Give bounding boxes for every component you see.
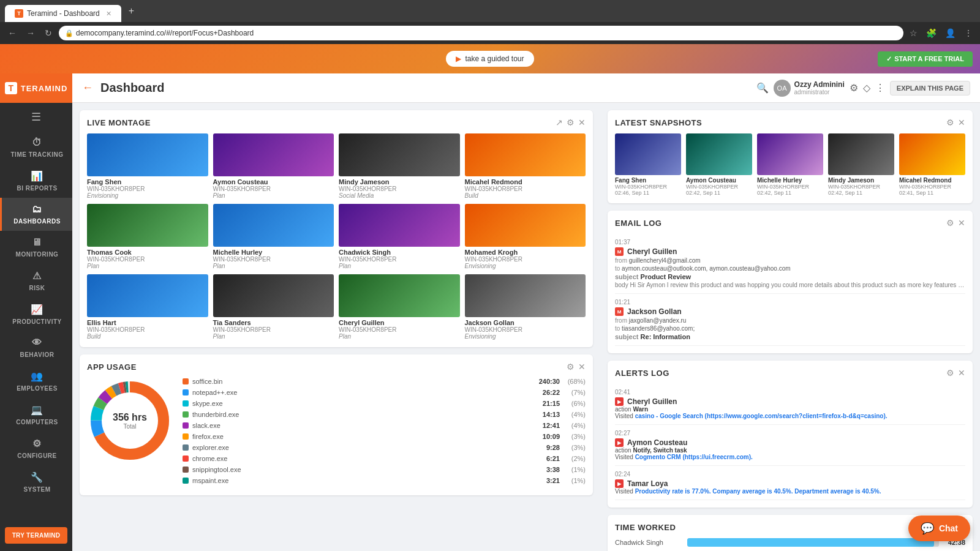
- checkmark-icon: ✓: [886, 55, 892, 63]
- start-trial-btn[interactable]: ✓ START A FREE TRIAL: [878, 51, 973, 67]
- montage-item[interactable]: Mindy Jameson WIN-035KHOR8PER Social Med…: [339, 133, 460, 199]
- app-row: snippingtool.exe 3:38 (1%): [183, 466, 586, 473]
- sidebar-item-dashboards[interactable]: 🗂 DASHBOARDS: [0, 198, 72, 231]
- montage-item[interactable]: Jackson Gollan WIN-035KHOR8PER Envisioni…: [465, 274, 586, 340]
- diamond-icon[interactable]: ◇: [863, 82, 870, 94]
- sidebar-item-label: TIME TRACKING: [11, 151, 64, 158]
- app-usage-header: APP USAGE ⚙ ✕: [87, 362, 586, 372]
- app-color-dot: [183, 378, 189, 384]
- montage-item[interactable]: Michelle Hurley WIN-035KHOR8PER Plan: [213, 204, 334, 269]
- montage-info: Mohamed Krogh WIN-035KHOR8PER Envisionin…: [465, 249, 586, 269]
- explain-btn[interactable]: EXPLAIN THIS PAGE: [890, 81, 970, 96]
- montage-thumb: [465, 274, 586, 317]
- app-usage-close-icon[interactable]: ✕: [578, 362, 586, 372]
- main-content: ← Dashboard 🔍 OA Ozzy Adminini administr…: [72, 73, 980, 551]
- search-icon[interactable]: 🔍: [756, 82, 769, 94]
- more-icon[interactable]: ⋮: [875, 82, 885, 94]
- montage-thumb: [465, 204, 586, 247]
- live-montage-panel: LIVE MONTAGE ↗ ⚙ ✕ Fang Shen WIN-035KHOR…: [80, 110, 593, 347]
- settings-icon[interactable]: ⚙: [850, 82, 858, 94]
- montage-item[interactable]: Cheryl Guillen WIN-035KHOR8PER Plan: [339, 274, 460, 340]
- sidebar-item-behavior[interactable]: 👁 BEHAVIOR: [0, 331, 72, 364]
- alerts-log-settings-icon[interactable]: ⚙: [946, 368, 954, 378]
- email-entry[interactable]: 01:37 M Cheryl Guillen from guillenchery…: [615, 234, 965, 294]
- snapshot-item[interactable]: Michelle Hurley WIN-035KHOR8PER 02:42, S…: [757, 133, 823, 196]
- montage-item[interactable]: Tia Sanders WIN-035KHOR8PER Plan: [213, 274, 334, 340]
- app-color-dot: [183, 422, 189, 429]
- app-list: soffice.bin 240:30 (68%) notepad++.exe 2…: [183, 378, 586, 488]
- chat-icon: 💬: [921, 522, 934, 535]
- montage-settings-icon[interactable]: ⚙: [567, 118, 575, 127]
- bookmark-icon[interactable]: ☆: [907, 27, 920, 39]
- sidebar-item-label: COMPUTERS: [16, 419, 58, 425]
- try-teramind-btn[interactable]: TRY TERAMIND: [5, 527, 67, 544]
- menu-dots-icon[interactable]: ⋮: [962, 27, 975, 39]
- snapshot-item[interactable]: Fang Shen WIN-035KHOR8PER 02:46, Sep 11: [615, 133, 681, 196]
- sidebar-item-time-tracking[interactable]: ⏱ TIME TRACKING: [0, 131, 72, 164]
- montage-item[interactable]: Thomas Cook WIN-035KHOR8PER Plan: [87, 204, 208, 269]
- sidebar-logo[interactable]: T TERAMIND: [0, 73, 72, 103]
- snapshots-close-icon[interactable]: ✕: [958, 118, 965, 127]
- montage-item[interactable]: Ellis Hart WIN-035KHOR8PER Build: [87, 274, 208, 340]
- snapshot-item[interactable]: Aymon Cousteau WIN-035KHOR8PER 02:42, Se…: [686, 133, 752, 196]
- montage-info: Cheryl Guillen WIN-035KHOR8PER Plan: [339, 319, 460, 340]
- email-log-close-icon[interactable]: ✕: [958, 218, 965, 228]
- snapshot-item[interactable]: Mindy Jameson WIN-035KHOR8PER 02:42, Sep…: [828, 133, 894, 196]
- email-log-panel: EMAIL LOG ⚙ ✕ 01:37 M Cheryl Guillen fro…: [608, 211, 973, 353]
- email-log-icons: ⚙ ✕: [946, 218, 965, 228]
- app-color-dot: [183, 444, 189, 451]
- sidebar-item-label: CONFIGURE: [17, 452, 57, 459]
- donut-chart: 356 hrs Total: [87, 378, 173, 463]
- app-color-dot: [183, 433, 189, 440]
- sidebar-item-system[interactable]: 🔧 SYSTEM: [0, 465, 72, 499]
- sidebar-item-risk[interactable]: ⚠ RISK: [0, 264, 72, 298]
- header-user[interactable]: OA Ozzy Adminini administrator: [774, 80, 845, 97]
- address-bar[interactable]: 🔒 democompany.teramind.co/#/report/Focus…: [59, 26, 903, 40]
- hamburger-menu-btn[interactable]: ☰: [0, 103, 72, 131]
- sidebar-item-label: EMPLOYEES: [17, 385, 58, 392]
- alert-entry[interactable]: 02:24 ▶ Tamar Loya Visited Productivity …: [615, 466, 965, 500]
- snapshot-item[interactable]: Micahel Redmond WIN-035KHOR8PER 02:41, S…: [899, 133, 965, 196]
- alerts-log-close-icon[interactable]: ✕: [958, 368, 965, 378]
- page-title: Dashboard: [100, 81, 749, 95]
- alert-entry[interactable]: 02:41 ▶ Cheryl Guillen action Warn Visit…: [615, 384, 965, 425]
- donut-center: 356 hrs Total: [113, 412, 147, 430]
- guided-tour-btn[interactable]: ▶ take a guided tour: [446, 51, 533, 67]
- sidebar-item-configure[interactable]: ⚙ CONFIGURE: [0, 432, 72, 465]
- reload-btn[interactable]: ↻: [42, 27, 55, 39]
- profile-icon[interactable]: 👤: [943, 27, 958, 39]
- montage-item[interactable]: Fang Shen WIN-035KHOR8PER Envisioning: [87, 133, 208, 199]
- app-usage-icons: ⚙ ✕: [567, 362, 586, 372]
- snapshots-settings-icon[interactable]: ⚙: [946, 118, 954, 127]
- sidebar-item-monitoring[interactable]: 🖥 MONITORING: [0, 231, 72, 264]
- email-log-settings-icon[interactable]: ⚙: [946, 218, 954, 228]
- tab-close-btn[interactable]: ✕: [106, 10, 111, 18]
- active-tab[interactable]: T Teramind - Dashboard ✕: [5, 5, 121, 22]
- montage-info: Jackson Gollan WIN-035KHOR8PER Envisioni…: [465, 319, 586, 340]
- sidebar-item-label: RISK: [29, 285, 45, 291]
- montage-item[interactable]: Chadwick Singh WIN-035KHOR8PER Plan: [339, 204, 460, 269]
- montage-item[interactable]: Aymon Cousteau WIN-035KHOR8PER Plan: [213, 133, 334, 199]
- back-btn[interactable]: ←: [5, 27, 20, 39]
- system-icon: 🔧: [31, 471, 43, 483]
- sidebar-item-employees[interactable]: 👥 EMPLOYEES: [0, 364, 72, 398]
- forward-btn[interactable]: →: [23, 27, 38, 39]
- chat-bubble[interactable]: 💬 Chat: [908, 515, 970, 541]
- alerts-log-title: ALERTS LOG: [615, 369, 946, 378]
- extensions-icon[interactable]: 🧩: [924, 27, 939, 39]
- montage-external-link-icon[interactable]: ↗: [556, 118, 563, 127]
- new-tab-btn[interactable]: +: [126, 6, 137, 17]
- email-entry[interactable]: 01:21 M Jackson Gollan from jaxgollan@ya…: [615, 294, 965, 346]
- app-row: mspaint.exe 3:21 (1%): [183, 477, 586, 484]
- montage-item[interactable]: Mohamed Krogh WIN-035KHOR8PER Envisionin…: [465, 204, 586, 269]
- montage-item[interactable]: Micahel Redmond WIN-035KHOR8PER Build: [465, 133, 586, 199]
- alert-entry[interactable]: 02:27 ▶ Aymon Cousteau action Notify, Sw…: [615, 425, 965, 466]
- montage-info: Aymon Cousteau WIN-035KHOR8PER Plan: [213, 178, 334, 199]
- alerts-log-entries: 02:41 ▶ Cheryl Guillen action Warn Visit…: [615, 384, 965, 500]
- header-back-btn[interactable]: ←: [82, 81, 93, 94]
- sidebar-item-computers[interactable]: 💻 COMPUTERS: [0, 398, 72, 432]
- sidebar-item-bi-reports[interactable]: 📊 BI REPORTS: [0, 164, 72, 198]
- app-usage-settings-icon[interactable]: ⚙: [567, 362, 575, 372]
- montage-close-icon[interactable]: ✕: [578, 118, 586, 127]
- sidebar-item-productivity[interactable]: 📈 PRODUCTIVITY: [0, 298, 72, 331]
